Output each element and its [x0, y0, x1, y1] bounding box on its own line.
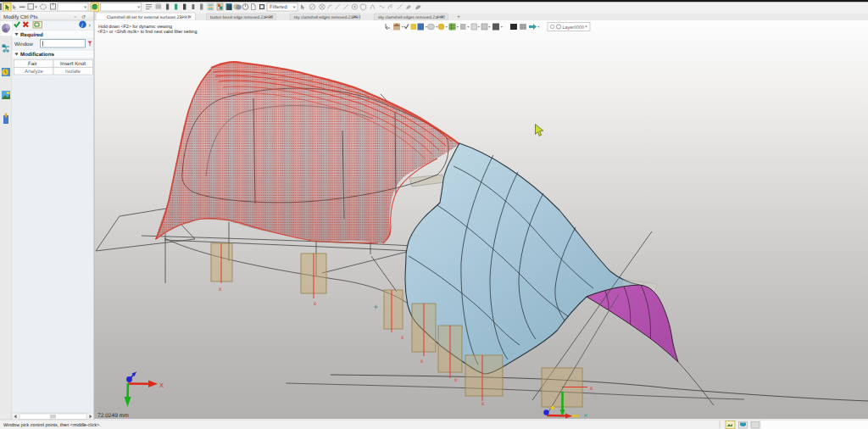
- svg-text:button bezel edge removed.Z3PR: button bezel edge removed.Z3PRT: [210, 15, 274, 20]
- svg-text:Modifications: Modifications: [20, 52, 54, 58]
- svg-text:X: X: [159, 382, 164, 389]
- svg-text:✕: ✕: [270, 15, 274, 20]
- svg-text:Isolate: Isolate: [65, 69, 81, 75]
- svg-text:Fair: Fair: [28, 61, 37, 67]
- svg-text:Modify Ctrl Pts: Modify Ctrl Pts: [3, 14, 37, 20]
- svg-text:72.0249 mm: 72.0249 mm: [97, 413, 129, 419]
- svg-text:Analyze: Analyze: [25, 69, 44, 75]
- svg-text:↺: ↺: [81, 14, 86, 20]
- svg-text:+: +: [457, 14, 460, 20]
- svg-text:Required: Required: [20, 32, 43, 38]
- svg-text:<F3> or <Shift mclk> to find n: <F3> or <Shift mclk> to find next valid …: [97, 30, 198, 35]
- svg-text:Clamshell dll set for external: Clamshell dll set for external surfaces.…: [107, 15, 190, 20]
- svg-text:sky clamshell edges removed.Z3: sky clamshell edges removed.Z3PRT: [378, 15, 445, 20]
- svg-text:Window pick control points, th: Window pick control points, then <middle…: [3, 423, 101, 428]
- svg-text:sky clamshell edges removed.Z3: sky clamshell edges removed.Z3PRT: [294, 15, 361, 20]
- svg-text:✕: ✕: [353, 15, 358, 20]
- svg-text:Window: Window: [14, 42, 34, 47]
- svg-text:Layer0000: Layer0000: [563, 25, 584, 31]
- svg-text:Insert Knot: Insert Knot: [60, 61, 86, 67]
- svg-text:−: −: [74, 15, 77, 20]
- svg-text:✕: ✕: [188, 15, 192, 20]
- svg-text:Filtered: Filtered: [270, 4, 287, 10]
- svg-text:Hold down <F2> for dynamic vie: Hold down <F2> for dynamic viewing: [98, 25, 172, 30]
- svg-text:✕: ✕: [441, 15, 445, 20]
